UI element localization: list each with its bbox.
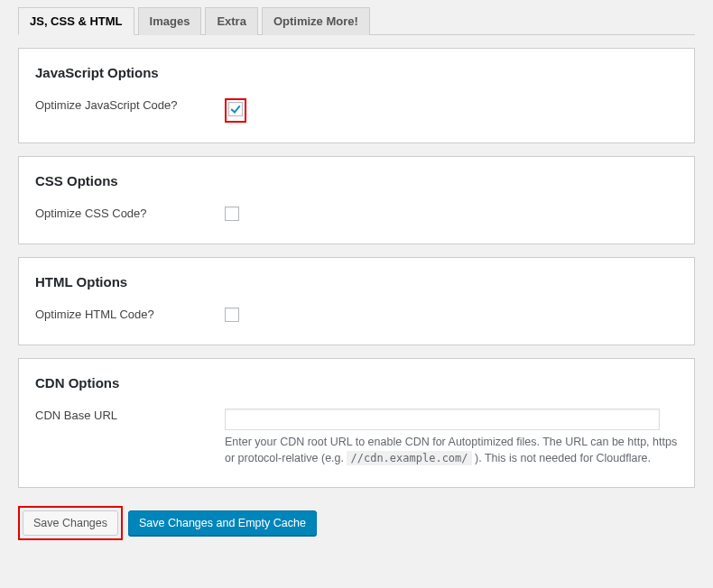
cdn-options-panel: CDN Options CDN Base URL Enter your CDN … [18, 358, 695, 488]
save-changes-button[interactable]: Save Changes [23, 510, 118, 536]
cdn-description: Enter your CDN root URL to enable CDN fo… [225, 434, 678, 467]
javascript-options-panel: JavaScript Options Optimize JavaScript C… [18, 48, 695, 143]
highlight-box: Save Changes [18, 506, 123, 540]
optimize-css-checkbox[interactable] [225, 207, 239, 221]
tab-js-css-html[interactable]: JS, CSS & HTML [18, 7, 134, 35]
optimize-html-label: Optimize HTML Code? [35, 308, 225, 321]
cdn-base-url-input[interactable] [225, 409, 660, 430]
tab-optimize-more[interactable]: Optimize More! [262, 7, 370, 35]
css-options-title: CSS Options [35, 173, 678, 188]
cdn-base-url-label: CDN Base URL [35, 409, 225, 422]
tab-extra[interactable]: Extra [205, 7, 258, 35]
settings-tabs: JS, CSS & HTML Images Extra Optimize Mor… [18, 0, 695, 35]
optimize-css-label: Optimize CSS Code? [35, 207, 225, 220]
javascript-options-title: JavaScript Options [35, 65, 678, 80]
optimize-js-checkbox[interactable] [228, 102, 243, 116]
html-options-panel: HTML Options Optimize HTML Code? [18, 257, 695, 345]
html-options-title: HTML Options [35, 274, 678, 289]
optimize-js-label: Optimize JavaScript Code? [35, 98, 225, 112]
submit-row: Save Changes Save Changes and Empty Cach… [18, 506, 695, 540]
optimize-html-checkbox[interactable] [225, 308, 239, 322]
save-and-empty-cache-button[interactable]: Save Changes and Empty Cache [128, 510, 317, 536]
highlight-box [225, 98, 246, 123]
css-options-panel: CSS Options Optimize CSS Code? [18, 156, 695, 244]
tab-images[interactable]: Images [138, 7, 202, 35]
cdn-options-title: CDN Options [35, 375, 678, 390]
